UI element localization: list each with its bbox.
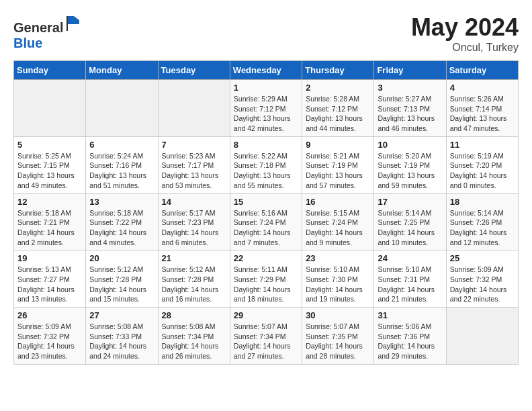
day-info: Sunrise: 5:18 AMSunset: 7:21 PMDaylight:… <box>17 208 82 248</box>
day-number: 17 <box>378 197 442 207</box>
calendar-cell: 9Sunrise: 5:21 AMSunset: 7:19 PMDaylight… <box>302 136 374 193</box>
day-info: Sunrise: 5:12 AMSunset: 7:28 PMDaylight:… <box>89 265 154 304</box>
title-block: May 2024 Oncul, Turkey <box>411 13 519 54</box>
calendar-cell: 29Sunrise: 5:07 AMSunset: 7:34 PMDayligh… <box>230 308 302 365</box>
weekday-header-wednesday: Wednesday <box>230 61 302 80</box>
day-number: 19 <box>17 253 82 263</box>
calendar-week-row: 12Sunrise: 5:18 AMSunset: 7:21 PMDayligh… <box>14 193 519 250</box>
day-info: Sunrise: 5:14 AMSunset: 7:25 PMDaylight:… <box>378 208 442 248</box>
calendar-cell: 23Sunrise: 5:10 AMSunset: 7:30 PMDayligh… <box>302 250 374 308</box>
day-number: 16 <box>306 197 370 207</box>
weekday-header-thursday: Thursday <box>302 61 374 80</box>
calendar-week-row: 26Sunrise: 5:09 AMSunset: 7:32 PMDayligh… <box>14 308 519 365</box>
calendar-week-row: 1Sunrise: 5:29 AMSunset: 7:12 PMDaylight… <box>14 80 519 137</box>
day-info: Sunrise: 5:23 AMSunset: 7:17 PMDaylight:… <box>162 151 226 191</box>
day-number: 2 <box>306 83 370 93</box>
day-number: 11 <box>450 140 515 150</box>
day-number: 6 <box>89 140 154 150</box>
weekday-header-tuesday: Tuesday <box>158 61 230 80</box>
day-number: 4 <box>450 83 515 93</box>
weekday-header-sunday: Sunday <box>14 61 86 80</box>
weekday-header-monday: Monday <box>86 61 158 80</box>
day-number: 18 <box>450 197 515 207</box>
day-info: Sunrise: 5:14 AMSunset: 7:26 PMDaylight:… <box>450 208 515 248</box>
day-info: Sunrise: 5:11 AMSunset: 7:29 PMDaylight:… <box>234 265 298 304</box>
day-number: 26 <box>17 310 82 320</box>
calendar-cell: 15Sunrise: 5:16 AMSunset: 7:24 PMDayligh… <box>230 193 302 250</box>
day-number: 5 <box>17 140 82 150</box>
day-number: 10 <box>378 140 442 150</box>
calendar-cell: 21Sunrise: 5:12 AMSunset: 7:28 PMDayligh… <box>158 250 230 308</box>
calendar-cell: 18Sunrise: 5:14 AMSunset: 7:26 PMDayligh… <box>446 193 518 250</box>
day-info: Sunrise: 5:18 AMSunset: 7:22 PMDaylight:… <box>89 208 154 248</box>
month-year-title: May 2024 <box>411 13 519 42</box>
day-info: Sunrise: 5:25 AMSunset: 7:15 PMDaylight:… <box>17 151 82 191</box>
day-number: 25 <box>450 253 515 263</box>
calendar-cell: 7Sunrise: 5:23 AMSunset: 7:17 PMDaylight… <box>158 136 230 193</box>
calendar-cell <box>14 80 86 137</box>
calendar-cell: 5Sunrise: 5:25 AMSunset: 7:15 PMDaylight… <box>14 136 86 193</box>
day-number: 3 <box>378 83 442 93</box>
day-number: 22 <box>234 253 298 263</box>
day-number: 14 <box>162 197 226 207</box>
day-info: Sunrise: 5:10 AMSunset: 7:30 PMDaylight:… <box>306 265 370 304</box>
day-number: 1 <box>234 83 298 93</box>
calendar-cell: 31Sunrise: 5:06 AMSunset: 7:36 PMDayligh… <box>374 308 446 365</box>
calendar-cell: 1Sunrise: 5:29 AMSunset: 7:12 PMDaylight… <box>230 80 302 137</box>
calendar-cell <box>446 308 518 365</box>
weekday-header-friday: Friday <box>374 61 446 80</box>
calendar-cell: 14Sunrise: 5:17 AMSunset: 7:23 PMDayligh… <box>158 193 230 250</box>
day-info: Sunrise: 5:19 AMSunset: 7:20 PMDaylight:… <box>450 151 515 191</box>
calendar-cell: 25Sunrise: 5:09 AMSunset: 7:32 PMDayligh… <box>446 250 518 308</box>
day-info: Sunrise: 5:07 AMSunset: 7:35 PMDaylight:… <box>306 322 370 361</box>
calendar-cell: 24Sunrise: 5:10 AMSunset: 7:31 PMDayligh… <box>374 250 446 308</box>
logo-text: General Blue <box>13 13 83 51</box>
calendar-cell: 12Sunrise: 5:18 AMSunset: 7:21 PMDayligh… <box>14 193 86 250</box>
day-info: Sunrise: 5:07 AMSunset: 7:34 PMDaylight:… <box>234 322 298 361</box>
logo: General Blue <box>13 13 83 51</box>
day-info: Sunrise: 5:27 AMSunset: 7:13 PMDaylight:… <box>378 94 442 134</box>
day-info: Sunrise: 5:28 AMSunset: 7:12 PMDaylight:… <box>306 94 370 134</box>
calendar-cell <box>86 80 158 137</box>
day-number: 28 <box>162 310 226 320</box>
day-info: Sunrise: 5:16 AMSunset: 7:24 PMDaylight:… <box>234 208 298 248</box>
location-subtitle: Oncul, Turkey <box>411 42 519 54</box>
day-info: Sunrise: 5:09 AMSunset: 7:32 PMDaylight:… <box>17 322 82 361</box>
day-info: Sunrise: 5:08 AMSunset: 7:33 PMDaylight:… <box>89 322 154 361</box>
day-number: 27 <box>89 310 154 320</box>
logo-blue: Blue <box>13 36 42 50</box>
calendar-cell: 28Sunrise: 5:08 AMSunset: 7:34 PMDayligh… <box>158 308 230 365</box>
page-header: General Blue May 2024 Oncul, Turkey <box>13 13 519 54</box>
day-info: Sunrise: 5:26 AMSunset: 7:14 PMDaylight:… <box>450 94 515 134</box>
day-info: Sunrise: 5:17 AMSunset: 7:23 PMDaylight:… <box>162 208 226 248</box>
day-number: 31 <box>378 310 442 320</box>
weekday-header-row: SundayMondayTuesdayWednesdayThursdayFrid… <box>14 61 519 80</box>
calendar-week-row: 19Sunrise: 5:13 AMSunset: 7:27 PMDayligh… <box>14 250 519 308</box>
calendar-cell: 27Sunrise: 5:08 AMSunset: 7:33 PMDayligh… <box>86 308 158 365</box>
calendar-week-row: 5Sunrise: 5:25 AMSunset: 7:15 PMDaylight… <box>14 136 519 193</box>
calendar-cell: 2Sunrise: 5:28 AMSunset: 7:12 PMDaylight… <box>302 80 374 137</box>
day-info: Sunrise: 5:29 AMSunset: 7:12 PMDaylight:… <box>234 94 298 134</box>
calendar-cell: 17Sunrise: 5:14 AMSunset: 7:25 PMDayligh… <box>374 193 446 250</box>
day-number: 23 <box>306 253 370 263</box>
day-number: 20 <box>89 253 154 263</box>
logo-flag-icon <box>64 13 83 32</box>
day-number: 12 <box>17 197 82 207</box>
day-number: 15 <box>234 197 298 207</box>
day-info: Sunrise: 5:12 AMSunset: 7:28 PMDaylight:… <box>162 265 226 304</box>
day-info: Sunrise: 5:13 AMSunset: 7:27 PMDaylight:… <box>17 265 82 304</box>
calendar-cell: 22Sunrise: 5:11 AMSunset: 7:29 PMDayligh… <box>230 250 302 308</box>
calendar-cell: 6Sunrise: 5:24 AMSunset: 7:16 PMDaylight… <box>86 136 158 193</box>
day-info: Sunrise: 5:21 AMSunset: 7:19 PMDaylight:… <box>306 151 370 191</box>
day-info: Sunrise: 5:20 AMSunset: 7:19 PMDaylight:… <box>378 151 442 191</box>
day-number: 7 <box>162 140 226 150</box>
calendar-cell: 13Sunrise: 5:18 AMSunset: 7:22 PMDayligh… <box>86 193 158 250</box>
day-info: Sunrise: 5:22 AMSunset: 7:18 PMDaylight:… <box>234 151 298 191</box>
day-number: 21 <box>162 253 226 263</box>
weekday-header-saturday: Saturday <box>446 61 518 80</box>
calendar-cell: 16Sunrise: 5:15 AMSunset: 7:24 PMDayligh… <box>302 193 374 250</box>
calendar-cell: 20Sunrise: 5:12 AMSunset: 7:28 PMDayligh… <box>86 250 158 308</box>
calendar-cell: 30Sunrise: 5:07 AMSunset: 7:35 PMDayligh… <box>302 308 374 365</box>
day-number: 24 <box>378 253 442 263</box>
day-number: 30 <box>306 310 370 320</box>
